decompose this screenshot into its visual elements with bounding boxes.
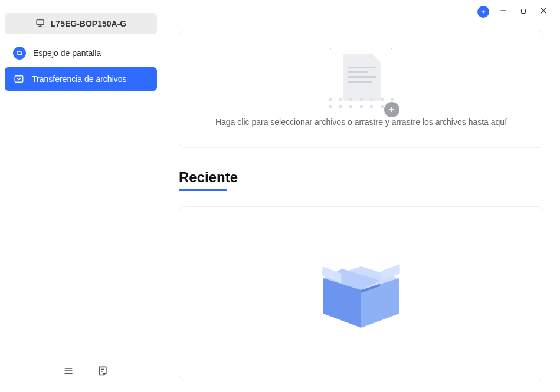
- main-content: Haga clic para seleccionar archivos o ar…: [162, 0, 560, 392]
- svg-rect-11: [522, 9, 526, 13]
- file-dropzone[interactable]: Haga clic para seleccionar archivos o ar…: [179, 31, 543, 148]
- screen-mirror-icon: [13, 47, 26, 60]
- heading-underline: [179, 189, 227, 191]
- recent-empty-card: [179, 206, 543, 380]
- menu-icon: [63, 365, 74, 379]
- sparkle-badge-icon[interactable]: [477, 6, 489, 18]
- minimize-icon: [499, 6, 507, 17]
- device-header[interactable]: L75EG-BOP150A-G: [5, 13, 157, 34]
- sidebar-footer: [2, 354, 159, 390]
- plus-icon: [384, 102, 399, 117]
- window-titlebar: [179, 0, 549, 24]
- document-placeholder-icon: [333, 51, 389, 107]
- sidebar-spacer: [2, 92, 159, 354]
- note-icon: [97, 365, 109, 379]
- sidebar-item-label: Transferencia de archivos: [32, 74, 127, 84]
- note-button[interactable]: [96, 365, 110, 379]
- device-name: L75EG-BOP150A-G: [51, 19, 126, 28]
- sidebar-item-label: Espejo de pantalla: [33, 48, 101, 58]
- maximize-icon: [520, 6, 527, 17]
- close-icon: [539, 6, 548, 17]
- dropzone-hint: Haga clic para seleccionar archivos o ar…: [204, 117, 519, 127]
- sidebar-item-screen-mirror[interactable]: Espejo de pantalla: [5, 41, 157, 65]
- minimize-button[interactable]: [497, 6, 509, 18]
- svg-rect-4: [15, 76, 23, 83]
- sidebar-item-file-transfer[interactable]: Transferencia de archivos: [5, 67, 157, 91]
- svg-rect-0: [37, 19, 44, 24]
- empty-box-icon: [314, 251, 408, 336]
- svg-rect-3: [17, 51, 21, 54]
- file-transfer-icon: [13, 73, 25, 85]
- recent-heading: Reciente: [179, 169, 543, 186]
- menu-button[interactable]: [61, 365, 76, 379]
- monitor-icon: [35, 18, 45, 29]
- maximize-button[interactable]: [518, 6, 529, 18]
- sidebar: L75EG-BOP150A-G Espejo de pantalla Trans…: [0, 0, 162, 392]
- close-button[interactable]: [538, 6, 549, 18]
